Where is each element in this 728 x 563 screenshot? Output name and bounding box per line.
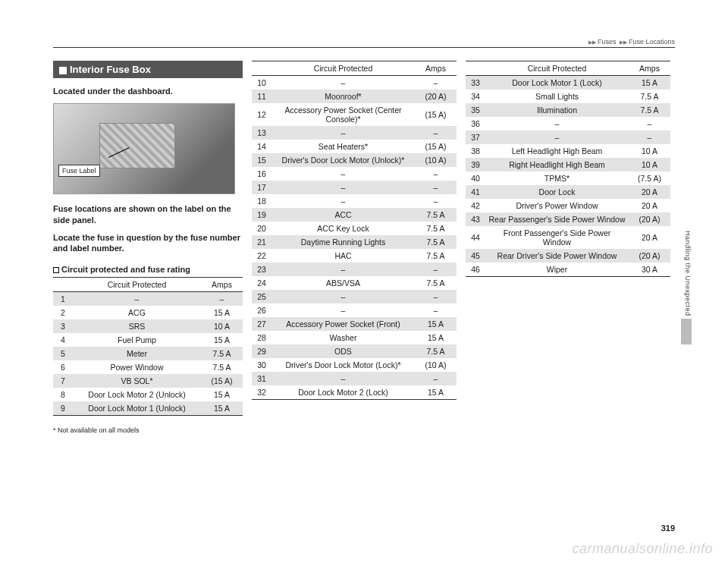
table-row: 2ACG15 A bbox=[53, 306, 243, 319]
fuse-circuit: – bbox=[271, 263, 415, 276]
fuse-number: 8 bbox=[53, 388, 73, 401]
table-row: 7VB SOL*(15 A) bbox=[53, 374, 243, 388]
fuse-amps: – bbox=[415, 194, 457, 208]
fuse-circuit: – bbox=[271, 126, 415, 140]
fuse-circuit: Front Passenger's Side Power Window bbox=[485, 226, 629, 249]
fuse-circuit: ABS/VSA bbox=[271, 276, 415, 290]
table-row: 5Meter7.5 A bbox=[53, 347, 243, 360]
breadcrumb: Fuses Fuse Locations bbox=[587, 38, 675, 46]
fuse-circuit: – bbox=[485, 117, 629, 131]
table-row: 31–– bbox=[252, 372, 457, 385]
fuse-circuit: – bbox=[73, 292, 201, 307]
fuse-circuit: ACC bbox=[271, 208, 415, 222]
para-1: Fuse locations are shown on the label on… bbox=[53, 203, 243, 226]
fuse-number: 11 bbox=[252, 90, 271, 103]
fuse-amps: 7.5 A bbox=[201, 360, 243, 374]
fuse-circuit: – bbox=[271, 167, 415, 181]
fuse-amps: 10 A bbox=[629, 158, 670, 171]
table-row: 24ABS/VSA7.5 A bbox=[252, 276, 457, 290]
fuse-number: 23 bbox=[252, 263, 271, 276]
table-row: 46Wiper30 A bbox=[466, 263, 670, 277]
fuse-amps: 20 A bbox=[629, 199, 670, 212]
intro-line: Located under the dashboard. bbox=[53, 86, 243, 97]
table-row: 22HAC7.5 A bbox=[252, 249, 457, 263]
fuse-circuit: Right Headlight High Beam bbox=[485, 158, 629, 171]
fuse-number: 38 bbox=[466, 144, 485, 158]
fuse-number: 10 bbox=[252, 76, 271, 90]
fuse-amps: 20 A bbox=[629, 185, 670, 199]
fuse-amps: 7.5 A bbox=[629, 103, 670, 117]
fuse-number: 25 bbox=[252, 290, 271, 304]
table-row: 38Left Headlight High Beam10 A bbox=[466, 144, 670, 158]
table-row: 30Driver's Door Lock Motor (Lock)*(10 A) bbox=[252, 358, 457, 372]
fuse-circuit: Small Lights bbox=[485, 90, 629, 103]
fuse-number: 2 bbox=[53, 306, 73, 319]
table-row: 26–– bbox=[252, 304, 457, 317]
fuse-number: 22 bbox=[252, 249, 271, 263]
fuse-amps: (10 A) bbox=[415, 153, 457, 167]
table-row: 43Rear Passenger's Side Power Window(20 … bbox=[466, 212, 670, 226]
fuse-number: 4 bbox=[53, 333, 73, 347]
fuse-number: 15 bbox=[252, 153, 271, 167]
section-title: Interior Fuse Box bbox=[70, 64, 151, 75]
fuse-circuit: ACG bbox=[73, 306, 201, 319]
fuse-number: 5 bbox=[53, 347, 73, 360]
fuse-amps: 7.5 A bbox=[415, 276, 457, 290]
fuse-amps: 15 A bbox=[415, 385, 457, 400]
fuse-amps: – bbox=[201, 292, 243, 307]
fuse-number: 44 bbox=[466, 226, 485, 249]
col-circuit: Circuit Protected bbox=[485, 61, 629, 76]
fuse-circuit: Door Lock Motor 1 (Unlock) bbox=[73, 401, 201, 416]
fuse-circuit: – bbox=[271, 372, 415, 385]
fuse-number: 1 bbox=[53, 292, 73, 307]
fuse-amps: 15 A bbox=[415, 331, 457, 344]
fuse-circuit: SRS bbox=[73, 319, 201, 333]
fuse-circuit: – bbox=[271, 194, 415, 208]
fuse-number: 26 bbox=[252, 304, 271, 317]
table-row: 42Driver's Power Window20 A bbox=[466, 199, 670, 212]
fuse-number: 9 bbox=[53, 401, 73, 416]
table-row: 14Seat Heaters*(15 A) bbox=[252, 140, 457, 153]
table-row: 11Moonroof*(20 A) bbox=[252, 90, 457, 103]
fuse-circuit: Left Headlight High Beam bbox=[485, 144, 629, 158]
square-bullet-icon bbox=[59, 67, 67, 74]
fuse-number: 19 bbox=[252, 208, 271, 222]
fuse-circuit: – bbox=[271, 181, 415, 194]
fuse-number: 16 bbox=[252, 167, 271, 181]
fuse-number: 32 bbox=[252, 385, 271, 400]
fuse-number: 27 bbox=[252, 317, 271, 331]
fuse-circuit: – bbox=[271, 76, 415, 90]
fuse-circuit: – bbox=[485, 131, 629, 144]
table-row: 35Illumination7.5 A bbox=[466, 103, 670, 117]
fuse-circuit: – bbox=[271, 304, 415, 317]
table-row: 10–– bbox=[252, 76, 457, 90]
fuse-amps: 7.5 A bbox=[415, 208, 457, 222]
col-amps: Amps bbox=[415, 61, 457, 76]
fuse-number: 36 bbox=[466, 117, 485, 131]
table-row: 25–– bbox=[252, 290, 457, 304]
fuse-number: 37 bbox=[466, 131, 485, 144]
fuse-amps: 7.5 A bbox=[629, 90, 670, 103]
table-row: 41Door Lock20 A bbox=[466, 185, 670, 199]
table-row: 29ODS7.5 A bbox=[252, 344, 457, 358]
fuse-amps: – bbox=[629, 117, 670, 131]
side-tab-marker bbox=[681, 319, 692, 344]
col-circuit: Circuit Protected bbox=[271, 61, 415, 76]
fuse-circuit: Driver's Door Lock Motor (Unlock)* bbox=[271, 153, 415, 167]
fuse-table-1: Circuit Protected Amps 1––2ACG15 A3SRS10… bbox=[53, 277, 243, 416]
fuse-amps: 15 A bbox=[201, 388, 243, 401]
fuse-amps: – bbox=[415, 304, 457, 317]
fuse-number: 21 bbox=[252, 235, 271, 249]
fuse-circuit: Door Lock Motor 2 (Lock) bbox=[271, 385, 415, 400]
fuse-amps: – bbox=[415, 263, 457, 276]
figure-label: Fuse Label bbox=[58, 165, 100, 177]
fuse-amps: 15 A bbox=[415, 317, 457, 331]
fuse-amps: 15 A bbox=[201, 306, 243, 319]
col-amps: Amps bbox=[201, 278, 243, 292]
table-row: 13–– bbox=[252, 126, 457, 140]
table-row: 15Driver's Door Lock Motor (Unlock)*(10 … bbox=[252, 153, 457, 167]
section-title-bar: Interior Fuse Box bbox=[53, 61, 243, 78]
fuse-amps: 7.5 A bbox=[415, 249, 457, 263]
fuse-amps: 7.5 A bbox=[415, 344, 457, 358]
fuse-amps: – bbox=[415, 181, 457, 194]
